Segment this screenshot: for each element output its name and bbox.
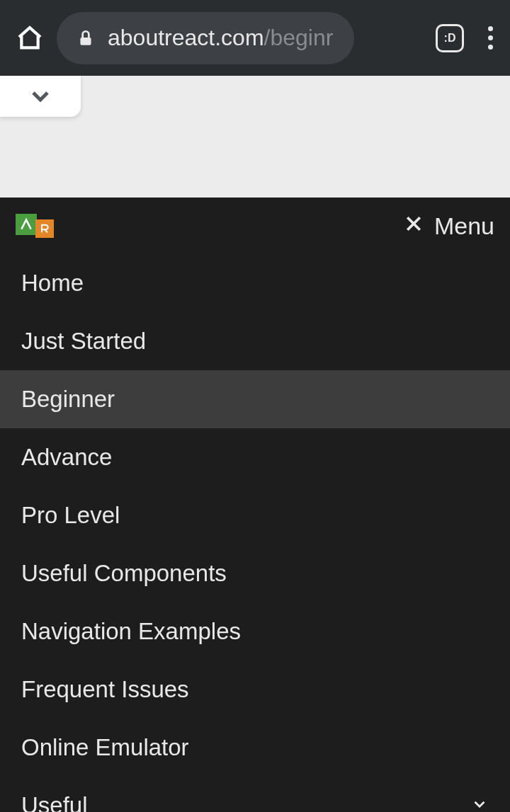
nav-item-useful-components[interactable]: Useful Components [0,544,510,602]
nav-item-label: Beginner [21,386,115,413]
nav-item-advance[interactable]: Advance [0,428,510,486]
more-options-icon[interactable] [485,23,496,52]
url-path: /beginr [264,25,334,50]
nav-item-home[interactable]: Home [0,254,510,312]
nav-item-online-emulator[interactable]: Online Emulator [0,719,510,777]
page-content-area [0,76,510,198]
reader-mode-icon[interactable]: :D [436,24,464,52]
site-logo[interactable] [16,214,54,238]
nav-item-label: Useful Components [21,560,227,587]
nav-item-useful[interactable]: Useful [0,777,510,812]
home-icon[interactable] [14,23,45,54]
logo-a-icon [16,214,37,235]
nav-item-just-started[interactable]: Just Started [0,312,510,370]
browser-actions: :D [436,23,496,52]
nav-item-navigation-examples[interactable]: Navigation Examples [0,602,510,661]
nav-item-frequent-issues[interactable]: Frequent Issues [0,661,510,719]
browser-top-bar: aboutreact.com/beginr :D [0,0,510,76]
nav-item-label: Navigation Examples [21,618,241,645]
url-domain: aboutreact.com [108,25,264,50]
close-icon [403,212,424,240]
nav-item-label: Pro Level [21,502,120,529]
url-text: aboutreact.com/beginr [108,25,333,51]
chevron-down-icon [26,82,55,110]
lock-icon [76,29,95,47]
navigation-menu: Home Just Started Beginner Advance Pro L… [0,254,510,812]
logo-r-icon [35,219,54,238]
nav-item-label: Useful [21,792,88,812]
nav-item-pro-level[interactable]: Pro Level [0,486,510,544]
nav-item-beginner[interactable]: Beginner [0,370,510,428]
menu-label: Menu [434,212,494,240]
menu-toggle-button[interactable]: Menu [403,212,494,240]
address-bar[interactable]: aboutreact.com/beginr [57,12,354,64]
nav-item-label: Just Started [21,328,146,355]
nav-item-label: Frequent Issues [21,676,189,703]
collapse-tab[interactable] [0,76,81,117]
chevron-down-icon [470,792,489,812]
nav-item-label: Home [21,270,84,297]
nav-item-label: Online Emulator [21,734,189,761]
svg-rect-0 [80,37,91,45]
nav-item-label: Advance [21,444,112,471]
site-header: Menu [0,198,510,254]
